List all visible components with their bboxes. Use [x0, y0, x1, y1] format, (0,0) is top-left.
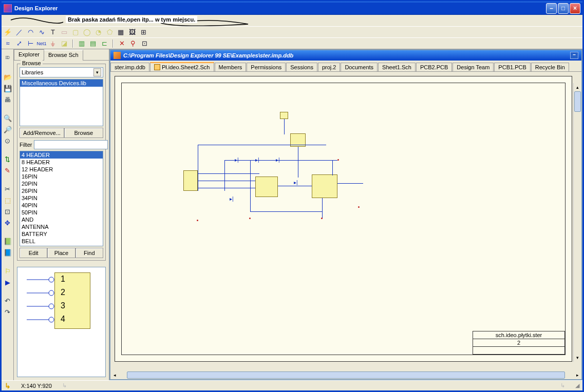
- print-icon[interactable]: 🖶: [4, 95, 12, 104]
- horizontal-scrollbar[interactable]: ◂ ▸: [110, 371, 581, 379]
- hierarchy-icon[interactable]: ⎄: [4, 52, 12, 61]
- stimulus-icon[interactable]: ⊡: [140, 40, 148, 48]
- find-button[interactable]: Find: [76, 248, 103, 258]
- doc-tab[interactable]: Recycle Bin: [531, 63, 569, 71]
- lib-edit-icon[interactable]: 📘: [4, 248, 12, 257]
- doc-tab[interactable]: Documents: [341, 63, 378, 71]
- grid-icon[interactable]: ⊞: [139, 28, 147, 36]
- doc-tab[interactable]: proj.2: [318, 63, 341, 71]
- round-rect-icon[interactable]: ▢: [71, 28, 80, 36]
- doc-tab[interactable]: Sheet1.Sch: [378, 63, 416, 71]
- port-icon[interactable]: ⊏: [100, 40, 108, 48]
- run-icon[interactable]: ▶: [4, 278, 12, 286]
- pie-icon[interactable]: ◔: [94, 28, 102, 36]
- browse-button[interactable]: Browse: [64, 128, 103, 138]
- up-down-icon[interactable]: ⇅: [4, 155, 12, 163]
- ellipse-icon[interactable]: ◯: [83, 28, 91, 36]
- bus-entry-icon[interactable]: ⤢: [15, 40, 23, 48]
- list-item[interactable]: BNC: [20, 245, 103, 246]
- list-item[interactable]: 12 HEADER: [20, 166, 103, 173]
- power-port-icon[interactable]: ⏚: [49, 40, 57, 48]
- open-icon[interactable]: 📂: [4, 73, 12, 81]
- list-item[interactable]: ANTENNA: [20, 223, 103, 230]
- scroll-down-icon[interactable]: ▾: [574, 354, 581, 362]
- schematic-sheet[interactable]: ▸| ▸| ▸| ▸| ▸| sch.ideo.płytki.ster 2: [115, 76, 572, 362]
- wire-tool-icon[interactable]: ⚡: [4, 28, 12, 36]
- sheet-entry-icon[interactable]: ▤: [89, 40, 97, 48]
- list-item[interactable]: 20PIN: [20, 180, 103, 187]
- scroll-up-icon[interactable]: ▴: [574, 83, 581, 91]
- annotate-icon[interactable]: ⚐: [4, 267, 12, 275]
- edit-button[interactable]: Edit: [20, 248, 47, 258]
- bus-tool-icon[interactable]: ≈: [4, 40, 12, 48]
- redo-icon[interactable]: ↷: [4, 308, 12, 316]
- doc-tab[interactable]: Design Team: [453, 63, 494, 71]
- side-panel: Explorer Browse Sch Browse Libraries ▾ M…: [14, 49, 109, 380]
- scroll-right-icon[interactable]: ▸: [573, 371, 581, 379]
- line-tool-icon[interactable]: ／: [15, 28, 23, 36]
- doc-minimize-button[interactable]: –: [570, 52, 578, 59]
- doc-tab[interactable]: Permissions: [247, 63, 286, 71]
- probe-icon[interactable]: ⚲: [129, 40, 137, 48]
- no-erc-icon[interactable]: ✕: [118, 40, 126, 48]
- library-icon[interactable]: 📗: [4, 237, 12, 245]
- erc-icon[interactable]: ✎: [4, 166, 12, 174]
- doc-tab[interactable]: Pł.ideo.Sheet2.Sch: [150, 62, 214, 71]
- tab-explorer[interactable]: Explorer: [14, 49, 44, 60]
- add-remove-button[interactable]: Add/Remove...: [20, 128, 64, 138]
- resize-grip-icon[interactable]: ◢: [575, 382, 579, 389]
- list-item[interactable]: BATTERY: [20, 230, 103, 238]
- part-icon[interactable]: ◪: [60, 40, 68, 48]
- list-item[interactable]: 34PIN: [20, 194, 103, 202]
- cut-icon[interactable]: ✂: [4, 185, 12, 193]
- list-item[interactable]: Miscellaneous Devices.lib: [20, 80, 103, 87]
- list-item[interactable]: AND: [20, 216, 103, 223]
- arc-tool-icon[interactable]: ◠: [26, 28, 34, 36]
- scroll-left-icon[interactable]: ◂: [110, 371, 119, 379]
- select-icon[interactable]: ⬚: [4, 196, 12, 204]
- component-listbox[interactable]: 4 HEADER8 HEADER12 HEADER16PIN20PIN26PIN…: [20, 151, 103, 246]
- filter-input[interactable]: [34, 140, 108, 149]
- minimize-button[interactable]: –: [546, 3, 557, 14]
- canvas-wrap: ▸| ▸| ▸| ▸| ▸| sch.ideo.płytki.ster 2: [110, 72, 581, 371]
- titlebar[interactable]: Design Explorer – □ ×: [2, 2, 582, 15]
- list-item[interactable]: 50PIN: [20, 209, 103, 216]
- doc-tab[interactable]: Members: [215, 63, 247, 71]
- rect-tool-icon[interactable]: ▭: [60, 28, 68, 36]
- netlabel-icon[interactable]: Net1: [37, 40, 46, 48]
- doc-tab[interactable]: PCB2.PCB: [416, 63, 452, 71]
- move-icon[interactable]: ✥: [4, 219, 12, 227]
- doc-tab[interactable]: PCB1.PCB: [494, 63, 530, 71]
- place-button[interactable]: Place: [47, 248, 75, 258]
- text-tool-icon[interactable]: T: [49, 28, 57, 36]
- document-titlebar[interactable]: C:\Program Files\Design Explorer 99 SE\E…: [110, 50, 581, 61]
- list-item[interactable]: BELL: [20, 238, 103, 245]
- list-item[interactable]: 8 HEADER: [20, 159, 103, 166]
- doc-tab[interactable]: Sessions: [286, 63, 317, 71]
- image-icon[interactable]: 🖼: [128, 28, 136, 36]
- libraries-dropdown[interactable]: Libraries ▾: [20, 67, 103, 77]
- polygon-icon[interactable]: ⬠: [105, 28, 114, 36]
- scroll-thumb[interactable]: [127, 371, 565, 379]
- save-icon[interactable]: 💾: [4, 84, 12, 92]
- list-item[interactable]: 26PIN: [20, 187, 103, 194]
- zoom-out-icon[interactable]: 🔎: [4, 125, 12, 133]
- maximize-button[interactable]: □: [558, 3, 569, 14]
- bezier-tool-icon[interactable]: ∿: [37, 28, 46, 36]
- list-item[interactable]: 4 HEADER: [20, 151, 103, 159]
- list-item[interactable]: 16PIN: [20, 173, 103, 180]
- vertical-scrollbar[interactable]: ▴ ▾: [573, 83, 581, 362]
- tab-browse-sch[interactable]: Browse Sch: [44, 50, 83, 61]
- library-listbox[interactable]: Miscellaneous Devices.lib: [20, 79, 103, 126]
- zoom-in-icon[interactable]: 🔍: [4, 114, 12, 122]
- list-item[interactable]: 40PIN: [20, 202, 103, 209]
- doc-tab[interactable]: ster.imp.ddb: [110, 63, 149, 71]
- junction-icon[interactable]: ⊢: [26, 40, 34, 48]
- scroll-thumb[interactable]: [574, 91, 581, 112]
- zoom-fit-icon[interactable]: ⊙: [4, 136, 12, 145]
- sheet-symbol-icon[interactable]: ▥: [78, 40, 86, 48]
- close-button[interactable]: ×: [570, 3, 580, 14]
- undo-icon[interactable]: ↶: [4, 297, 12, 305]
- deselect-icon[interactable]: ⊡: [4, 207, 12, 215]
- array-icon[interactable]: ▦: [117, 28, 125, 36]
